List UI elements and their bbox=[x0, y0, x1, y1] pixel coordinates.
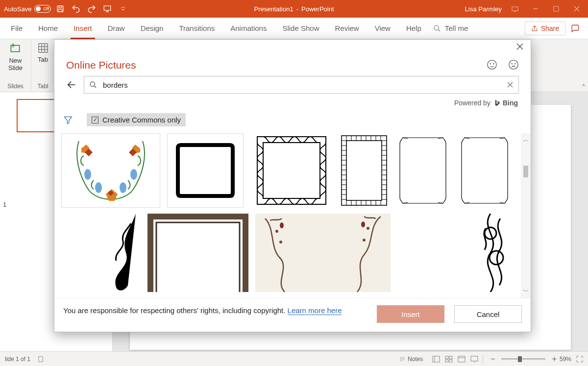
tab-insert[interactable]: Insert bbox=[66, 18, 100, 39]
back-icon[interactable] bbox=[66, 79, 77, 90]
new-slide-button[interactable]: New Slide bbox=[8, 42, 23, 72]
undo-icon[interactable] bbox=[70, 2, 82, 15]
svg-rect-54 bbox=[346, 141, 382, 200]
group-label-slides: Slides bbox=[7, 82, 24, 91]
present-from-start-icon[interactable] bbox=[101, 2, 114, 15]
svg-rect-53 bbox=[342, 136, 387, 205]
svg-point-49 bbox=[95, 182, 102, 193]
scroll-thumb[interactable] bbox=[523, 166, 528, 177]
tab-help[interactable]: Help bbox=[398, 18, 429, 39]
comments-icon[interactable] bbox=[565, 24, 585, 33]
tab-file[interactable]: File bbox=[3, 18, 30, 39]
result-image[interactable] bbox=[61, 133, 160, 208]
ribbon-tabs: File Home Insert Draw Design Transitions… bbox=[0, 18, 588, 39]
slide-thumb-number: 1 bbox=[3, 201, 6, 208]
svg-rect-24 bbox=[433, 356, 440, 362]
svg-line-44 bbox=[94, 86, 96, 88]
title-bar: AutoSave Off Presentation1 - PowerPoint … bbox=[0, 0, 588, 18]
svg-rect-29 bbox=[449, 360, 452, 362]
result-image[interactable] bbox=[255, 214, 391, 292]
tab-view[interactable]: View bbox=[367, 18, 398, 39]
zoom-in-icon[interactable]: + bbox=[549, 355, 560, 364]
tell-me-search[interactable]: Tell me bbox=[433, 24, 468, 32]
svg-point-50 bbox=[120, 182, 126, 193]
autosave-switch[interactable]: Off bbox=[34, 5, 51, 13]
tab-home[interactable]: Home bbox=[30, 18, 66, 39]
svg-point-48 bbox=[130, 169, 137, 180]
zoom-percent[interactable]: 59% bbox=[560, 356, 571, 363]
tab-design[interactable]: Design bbox=[133, 18, 172, 39]
svg-rect-3 bbox=[104, 6, 111, 10]
tab-animations[interactable]: Animations bbox=[222, 18, 274, 39]
ribbon-display-icon[interactable] bbox=[508, 0, 522, 18]
redo-icon[interactable] bbox=[85, 2, 98, 15]
save-icon[interactable] bbox=[54, 2, 67, 15]
autosave-toggle[interactable]: AutoSave Off bbox=[4, 5, 51, 13]
svg-point-36 bbox=[488, 60, 496, 69]
image-results-grid bbox=[61, 133, 521, 298]
result-image[interactable] bbox=[250, 133, 333, 208]
share-button[interactable]: Share bbox=[525, 22, 565, 35]
tab-transitions[interactable]: Transitions bbox=[171, 18, 222, 39]
svg-rect-30 bbox=[458, 356, 465, 362]
result-image[interactable] bbox=[167, 133, 244, 208]
collapse-ribbon-icon[interactable]: ^ bbox=[582, 83, 585, 90]
result-image[interactable] bbox=[395, 133, 450, 208]
clear-search-icon[interactable] bbox=[507, 81, 514, 88]
result-image[interactable] bbox=[340, 133, 389, 208]
tab-draw[interactable]: Draw bbox=[100, 18, 133, 39]
accessibility-icon[interactable] bbox=[37, 356, 44, 363]
result-image[interactable] bbox=[457, 133, 512, 208]
user-name[interactable]: Lisa Parmley bbox=[465, 5, 502, 13]
dialog-title: Online Pictures bbox=[66, 59, 136, 71]
maximize-icon[interactable] bbox=[549, 0, 564, 18]
feedback-frown-icon[interactable] bbox=[508, 59, 519, 70]
zoom-out-icon[interactable]: − bbox=[489, 355, 497, 364]
slide-counter: lide 1 of 1 bbox=[5, 356, 30, 363]
results-scrollbar[interactable]: ︿ ﹀ bbox=[521, 133, 531, 298]
search-box[interactable] bbox=[84, 76, 519, 94]
search-input[interactable] bbox=[102, 80, 514, 90]
scroll-up-icon[interactable]: ︿ bbox=[523, 135, 529, 144]
result-image[interactable] bbox=[147, 214, 248, 292]
svg-rect-32 bbox=[471, 356, 478, 361]
tab-review[interactable]: Review bbox=[327, 18, 367, 39]
insert-button[interactable]: Insert bbox=[377, 305, 444, 323]
table-button[interactable]: Tab bbox=[37, 42, 49, 63]
svg-point-101 bbox=[367, 227, 369, 230]
feedback-smile-icon[interactable] bbox=[487, 59, 497, 70]
svg-rect-52 bbox=[263, 143, 320, 198]
svg-point-39 bbox=[509, 60, 518, 69]
reading-view-icon[interactable] bbox=[455, 354, 468, 365]
fit-to-window-icon[interactable] bbox=[576, 356, 583, 363]
copyright-disclaimer: You are responsible for respecting other… bbox=[63, 305, 342, 316]
notes-button[interactable]: Notes bbox=[399, 356, 423, 363]
svg-point-41 bbox=[515, 64, 515, 64]
autosave-label: AutoSave bbox=[4, 5, 31, 13]
slideshow-view-icon[interactable] bbox=[468, 354, 481, 365]
svg-point-43 bbox=[90, 82, 95, 86]
svg-point-100 bbox=[279, 241, 282, 244]
bing-logo-icon: Bing bbox=[493, 98, 518, 107]
svg-rect-26 bbox=[445, 356, 448, 359]
status-bar: lide 1 of 1 Notes − + 59% bbox=[0, 351, 588, 366]
close-icon[interactable] bbox=[569, 0, 584, 18]
svg-rect-19 bbox=[39, 356, 43, 362]
group-label-tables: Tabl bbox=[37, 82, 48, 91]
minimize-icon[interactable] bbox=[528, 0, 543, 18]
qat-dropdown-icon[interactable] bbox=[117, 2, 129, 15]
svg-point-47 bbox=[84, 169, 91, 180]
normal-view-icon[interactable] bbox=[430, 354, 442, 365]
filter-icon[interactable] bbox=[61, 115, 75, 125]
sorter-view-icon[interactable] bbox=[442, 354, 455, 365]
scroll-down-icon[interactable]: ﹀ bbox=[523, 287, 529, 296]
result-image[interactable] bbox=[397, 214, 515, 292]
checkbox-icon[interactable]: ✓ bbox=[92, 117, 98, 123]
cancel-button[interactable]: Cancel bbox=[454, 305, 522, 323]
result-image[interactable] bbox=[61, 214, 141, 292]
learn-more-link[interactable]: Learn more here bbox=[288, 306, 342, 315]
tab-slideshow[interactable]: Slide Show bbox=[274, 18, 327, 39]
svg-rect-98 bbox=[156, 222, 240, 292]
zoom-slider[interactable] bbox=[501, 358, 545, 360]
creative-commons-filter[interactable]: ✓ Creative Commons only bbox=[87, 113, 186, 126]
